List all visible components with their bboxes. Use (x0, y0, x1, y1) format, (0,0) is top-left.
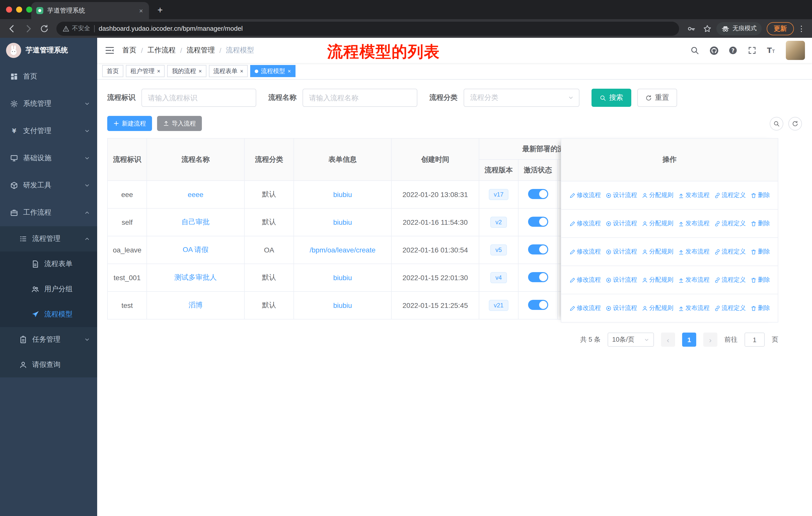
publish-flow-link[interactable]: 发布流程 (678, 247, 709, 256)
reload-button[interactable] (37, 21, 51, 35)
delete-link[interactable]: 删除 (750, 247, 770, 256)
design-flow-link[interactable]: 设计流程 (605, 191, 637, 199)
new-tab-button[interactable]: + (153, 3, 167, 17)
delete-link[interactable]: 删除 (750, 219, 770, 228)
sidebar-item-system[interactable]: 系统管理 (0, 90, 97, 117)
flow-definition-link[interactable]: 流程定义 (714, 219, 746, 228)
publish-flow-link[interactable]: 发布流程 (678, 304, 709, 313)
breadcrumb-process-management[interactable]: 流程管理 (187, 46, 215, 55)
assign-rule-link[interactable]: 分配规则 (642, 219, 673, 228)
edit-flow-link[interactable]: 修改流程 (569, 219, 601, 228)
tag-my-process[interactable]: 我的流程 × (167, 65, 206, 77)
active-toggle[interactable] (528, 244, 548, 254)
sidebar-fold-icon[interactable] (97, 38, 122, 63)
refresh-table-button[interactable] (788, 117, 802, 130)
fullscreen-icon[interactable] (745, 42, 760, 59)
delete-link[interactable]: 删除 (750, 191, 770, 199)
tag-process-form[interactable]: 流程表单 × (209, 65, 248, 77)
avatar[interactable] (786, 41, 805, 60)
edit-flow-link[interactable]: 修改流程 (569, 247, 601, 256)
design-flow-link[interactable]: 设计流程 (605, 219, 637, 228)
password-key-icon[interactable] (684, 21, 698, 35)
browser-tab[interactable]: 芋道管理系统 × (31, 2, 149, 19)
window-close-button[interactable] (6, 6, 12, 12)
form-info-link[interactable]: /bpm/oa/leave/create (310, 246, 376, 254)
flow-definition-link[interactable]: 流程定义 (714, 247, 746, 256)
window-minimize-button[interactable] (16, 6, 22, 12)
security-status[interactable]: 不安全 (62, 24, 90, 33)
bookmark-star-icon[interactable] (700, 21, 714, 35)
toggle-search-button[interactable] (770, 117, 783, 130)
tag-home[interactable]: 首页 (102, 65, 123, 77)
publish-flow-link[interactable]: 发布流程 (678, 276, 709, 284)
process-key-input[interactable] (141, 89, 256, 107)
model-name-link[interactable]: eeee (188, 190, 203, 198)
version-badge[interactable]: v4 (490, 272, 507, 283)
assign-rule-link[interactable]: 分配规则 (642, 191, 673, 199)
active-toggle[interactable] (528, 189, 548, 199)
search-button[interactable]: 搜索 (591, 89, 631, 107)
flow-definition-link[interactable]: 流程定义 (714, 276, 746, 284)
active-toggle[interactable] (528, 216, 548, 226)
publish-flow-link[interactable]: 发布流程 (678, 191, 709, 199)
sidebar-item-process-model[interactable]: 流程模型 (0, 302, 97, 327)
sidebar-item-user-group[interactable]: 用户分组 (0, 277, 97, 302)
forward-button[interactable] (21, 21, 35, 35)
sidebar-item-process-management[interactable]: 流程管理 (0, 226, 97, 251)
form-info-link[interactable]: biubiu (333, 190, 352, 198)
edit-flow-link[interactable]: 修改流程 (569, 191, 601, 199)
breadcrumb-workflow[interactable]: 工作流程 (147, 46, 176, 55)
active-toggle[interactable] (528, 300, 548, 310)
design-flow-link[interactable]: 设计流程 (605, 304, 637, 313)
window-maximize-button[interactable] (26, 6, 32, 12)
design-flow-link[interactable]: 设计流程 (605, 247, 637, 256)
version-badge[interactable]: v2 (490, 217, 507, 228)
version-badge[interactable]: v21 (489, 300, 509, 311)
create-process-button[interactable]: 新建流程 (107, 116, 152, 131)
sidebar-item-infrastructure[interactable]: 基础设施 (0, 145, 97, 172)
tab-close-icon[interactable]: × (138, 6, 144, 16)
breadcrumb-home[interactable]: 首页 (122, 46, 137, 55)
model-name-link[interactable]: 自己审批 (181, 218, 210, 226)
tag-close-icon[interactable]: × (199, 68, 202, 74)
delete-link[interactable]: 删除 (750, 304, 770, 313)
edit-flow-link[interactable]: 修改流程 (569, 304, 601, 313)
version-badge[interactable]: v5 (490, 244, 507, 255)
process-name-input[interactable] (302, 89, 417, 107)
form-info-link[interactable]: biubiu (333, 301, 352, 309)
category-select[interactable]: 流程分类 (464, 89, 579, 107)
goto-page-input[interactable] (745, 332, 765, 347)
import-process-button[interactable]: 导入流程 (157, 116, 202, 131)
design-flow-link[interactable]: 设计流程 (605, 276, 637, 284)
browser-update-button[interactable]: 更新 (767, 22, 794, 35)
address-bar[interactable]: 不安全 dashboard.yudao.iocoder.cn/bpm/manag… (56, 21, 679, 35)
tag-tenant[interactable]: 租户管理 × (126, 65, 165, 77)
flow-definition-link[interactable]: 流程定义 (714, 304, 746, 313)
github-icon[interactable] (706, 42, 721, 59)
edit-flow-link[interactable]: 修改流程 (569, 276, 601, 284)
sidebar-item-process-form[interactable]: 流程表单 (0, 251, 97, 277)
publish-flow-link[interactable]: 发布流程 (678, 219, 709, 228)
assign-rule-link[interactable]: 分配规则 (642, 304, 673, 313)
sidebar-item-home[interactable]: 首页 (0, 63, 97, 90)
next-page-button[interactable]: › (703, 332, 717, 347)
prev-page-button[interactable]: ‹ (661, 332, 675, 347)
tag-close-icon[interactable]: × (157, 68, 160, 74)
current-page-button[interactable]: 1 (682, 332, 696, 347)
back-button[interactable] (5, 21, 19, 35)
font-size-icon[interactable] (764, 42, 779, 59)
browser-menu-icon[interactable]: ⋮ (796, 22, 807, 35)
page-size-select[interactable]: 10条/页 (608, 332, 654, 347)
help-icon[interactable] (725, 42, 741, 59)
model-name-link[interactable]: OA 请假 (183, 245, 209, 253)
model-name-link[interactable]: 测试多审批人 (174, 273, 217, 281)
assign-rule-link[interactable]: 分配规则 (642, 276, 673, 284)
version-badge[interactable]: v17 (489, 189, 509, 200)
sidebar-item-workflow[interactable]: 工作流程 (0, 199, 97, 226)
model-name-link[interactable]: 滔博 (188, 301, 203, 309)
active-toggle[interactable] (528, 272, 548, 282)
sidebar-item-task-management[interactable]: 任务管理 (0, 327, 97, 352)
tag-process-model[interactable]: 流程模型 × (251, 65, 295, 77)
sidebar-logo[interactable]: 芋道管理系统 (0, 38, 97, 63)
sidebar-item-devtools[interactable]: 研发工具 (0, 172, 97, 199)
